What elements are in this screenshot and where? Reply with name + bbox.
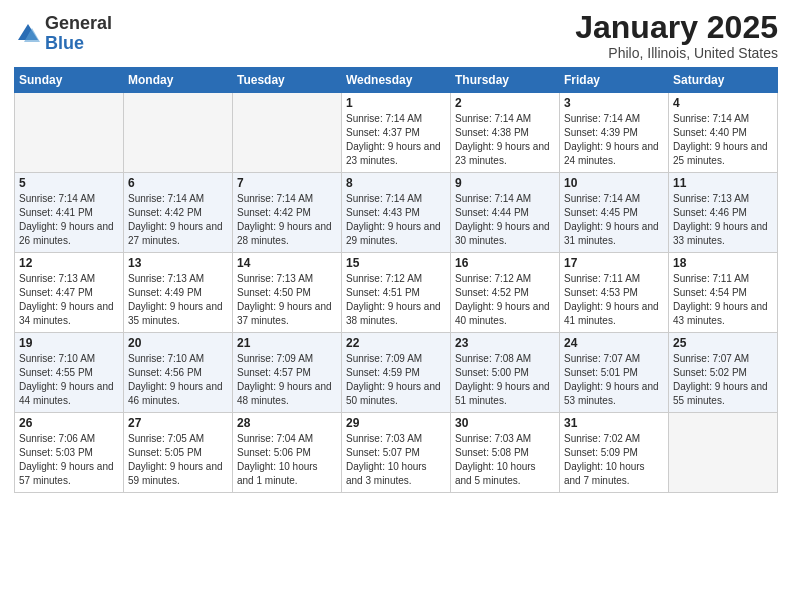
day-info: Sunrise: 7:14 AM Sunset: 4:40 PM Dayligh…: [673, 112, 773, 168]
day-info: Sunrise: 7:12 AM Sunset: 4:51 PM Dayligh…: [346, 272, 446, 328]
day-number: 7: [237, 176, 337, 190]
day-info: Sunrise: 7:06 AM Sunset: 5:03 PM Dayligh…: [19, 432, 119, 488]
table-row: 5Sunrise: 7:14 AM Sunset: 4:41 PM Daylig…: [15, 173, 124, 253]
logo-text: General Blue: [45, 14, 112, 54]
day-number: 13: [128, 256, 228, 270]
day-info: Sunrise: 7:04 AM Sunset: 5:06 PM Dayligh…: [237, 432, 337, 488]
table-row: 25Sunrise: 7:07 AM Sunset: 5:02 PM Dayli…: [669, 333, 778, 413]
table-row: 27Sunrise: 7:05 AM Sunset: 5:05 PM Dayli…: [124, 413, 233, 493]
day-info: Sunrise: 7:09 AM Sunset: 4:57 PM Dayligh…: [237, 352, 337, 408]
day-number: 26: [19, 416, 119, 430]
day-number: 15: [346, 256, 446, 270]
table-row: 21Sunrise: 7:09 AM Sunset: 4:57 PM Dayli…: [233, 333, 342, 413]
day-number: 8: [346, 176, 446, 190]
logo: General Blue: [14, 14, 112, 54]
day-info: Sunrise: 7:11 AM Sunset: 4:54 PM Dayligh…: [673, 272, 773, 328]
header-saturday: Saturday: [669, 68, 778, 93]
table-row: 24Sunrise: 7:07 AM Sunset: 5:01 PM Dayli…: [560, 333, 669, 413]
table-row: [15, 93, 124, 173]
table-row: 1Sunrise: 7:14 AM Sunset: 4:37 PM Daylig…: [342, 93, 451, 173]
day-info: Sunrise: 7:10 AM Sunset: 4:55 PM Dayligh…: [19, 352, 119, 408]
day-number: 22: [346, 336, 446, 350]
logo-icon: [14, 20, 42, 48]
table-row: 16Sunrise: 7:12 AM Sunset: 4:52 PM Dayli…: [451, 253, 560, 333]
header-friday: Friday: [560, 68, 669, 93]
day-number: 1: [346, 96, 446, 110]
day-number: 30: [455, 416, 555, 430]
table-row: 6Sunrise: 7:14 AM Sunset: 4:42 PM Daylig…: [124, 173, 233, 253]
calendar-week-row: 12Sunrise: 7:13 AM Sunset: 4:47 PM Dayli…: [15, 253, 778, 333]
table-row: 23Sunrise: 7:08 AM Sunset: 5:00 PM Dayli…: [451, 333, 560, 413]
day-info: Sunrise: 7:09 AM Sunset: 4:59 PM Dayligh…: [346, 352, 446, 408]
day-number: 11: [673, 176, 773, 190]
day-info: Sunrise: 7:03 AM Sunset: 5:08 PM Dayligh…: [455, 432, 555, 488]
day-info: Sunrise: 7:11 AM Sunset: 4:53 PM Dayligh…: [564, 272, 664, 328]
day-number: 23: [455, 336, 555, 350]
day-info: Sunrise: 7:14 AM Sunset: 4:44 PM Dayligh…: [455, 192, 555, 248]
table-row: 26Sunrise: 7:06 AM Sunset: 5:03 PM Dayli…: [15, 413, 124, 493]
calendar-week-row: 19Sunrise: 7:10 AM Sunset: 4:55 PM Dayli…: [15, 333, 778, 413]
day-number: 6: [128, 176, 228, 190]
day-number: 3: [564, 96, 664, 110]
table-row: 12Sunrise: 7:13 AM Sunset: 4:47 PM Dayli…: [15, 253, 124, 333]
day-info: Sunrise: 7:14 AM Sunset: 4:38 PM Dayligh…: [455, 112, 555, 168]
header-wednesday: Wednesday: [342, 68, 451, 93]
day-number: 12: [19, 256, 119, 270]
day-number: 10: [564, 176, 664, 190]
day-number: 17: [564, 256, 664, 270]
day-number: 28: [237, 416, 337, 430]
table-row: 14Sunrise: 7:13 AM Sunset: 4:50 PM Dayli…: [233, 253, 342, 333]
day-info: Sunrise: 7:14 AM Sunset: 4:41 PM Dayligh…: [19, 192, 119, 248]
header-tuesday: Tuesday: [233, 68, 342, 93]
day-number: 25: [673, 336, 773, 350]
table-row: 31Sunrise: 7:02 AM Sunset: 5:09 PM Dayli…: [560, 413, 669, 493]
day-info: Sunrise: 7:14 AM Sunset: 4:39 PM Dayligh…: [564, 112, 664, 168]
header-sunday: Sunday: [15, 68, 124, 93]
calendar-week-row: 26Sunrise: 7:06 AM Sunset: 5:03 PM Dayli…: [15, 413, 778, 493]
day-number: 20: [128, 336, 228, 350]
day-number: 5: [19, 176, 119, 190]
day-number: 21: [237, 336, 337, 350]
day-info: Sunrise: 7:02 AM Sunset: 5:09 PM Dayligh…: [564, 432, 664, 488]
day-number: 16: [455, 256, 555, 270]
header-monday: Monday: [124, 68, 233, 93]
day-number: 31: [564, 416, 664, 430]
table-row: 7Sunrise: 7:14 AM Sunset: 4:42 PM Daylig…: [233, 173, 342, 253]
day-number: 19: [19, 336, 119, 350]
day-info: Sunrise: 7:13 AM Sunset: 4:47 PM Dayligh…: [19, 272, 119, 328]
table-row: 20Sunrise: 7:10 AM Sunset: 4:56 PM Dayli…: [124, 333, 233, 413]
table-row: 3Sunrise: 7:14 AM Sunset: 4:39 PM Daylig…: [560, 93, 669, 173]
calendar-title: January 2025: [575, 10, 778, 45]
table-row: [233, 93, 342, 173]
day-info: Sunrise: 7:07 AM Sunset: 5:02 PM Dayligh…: [673, 352, 773, 408]
calendar-table: Sunday Monday Tuesday Wednesday Thursday…: [14, 67, 778, 493]
table-row: 4Sunrise: 7:14 AM Sunset: 4:40 PM Daylig…: [669, 93, 778, 173]
day-info: Sunrise: 7:07 AM Sunset: 5:01 PM Dayligh…: [564, 352, 664, 408]
table-row: 10Sunrise: 7:14 AM Sunset: 4:45 PM Dayli…: [560, 173, 669, 253]
table-row: 30Sunrise: 7:03 AM Sunset: 5:08 PM Dayli…: [451, 413, 560, 493]
table-row: 19Sunrise: 7:10 AM Sunset: 4:55 PM Dayli…: [15, 333, 124, 413]
calendar-week-row: 5Sunrise: 7:14 AM Sunset: 4:41 PM Daylig…: [15, 173, 778, 253]
day-info: Sunrise: 7:14 AM Sunset: 4:45 PM Dayligh…: [564, 192, 664, 248]
title-block: January 2025 Philo, Illinois, United Sta…: [575, 10, 778, 61]
table-row: 18Sunrise: 7:11 AM Sunset: 4:54 PM Dayli…: [669, 253, 778, 333]
day-number: 18: [673, 256, 773, 270]
table-row: 13Sunrise: 7:13 AM Sunset: 4:49 PM Dayli…: [124, 253, 233, 333]
day-info: Sunrise: 7:14 AM Sunset: 4:37 PM Dayligh…: [346, 112, 446, 168]
day-info: Sunrise: 7:03 AM Sunset: 5:07 PM Dayligh…: [346, 432, 446, 488]
calendar-subtitle: Philo, Illinois, United States: [575, 45, 778, 61]
day-info: Sunrise: 7:08 AM Sunset: 5:00 PM Dayligh…: [455, 352, 555, 408]
day-info: Sunrise: 7:14 AM Sunset: 4:43 PM Dayligh…: [346, 192, 446, 248]
table-row: 15Sunrise: 7:12 AM Sunset: 4:51 PM Dayli…: [342, 253, 451, 333]
calendar-header-row: Sunday Monday Tuesday Wednesday Thursday…: [15, 68, 778, 93]
day-info: Sunrise: 7:14 AM Sunset: 4:42 PM Dayligh…: [128, 192, 228, 248]
table-row: 29Sunrise: 7:03 AM Sunset: 5:07 PM Dayli…: [342, 413, 451, 493]
day-number: 27: [128, 416, 228, 430]
calendar-week-row: 1Sunrise: 7:14 AM Sunset: 4:37 PM Daylig…: [15, 93, 778, 173]
day-number: 4: [673, 96, 773, 110]
table-row: 8Sunrise: 7:14 AM Sunset: 4:43 PM Daylig…: [342, 173, 451, 253]
day-info: Sunrise: 7:13 AM Sunset: 4:46 PM Dayligh…: [673, 192, 773, 248]
table-row: 17Sunrise: 7:11 AM Sunset: 4:53 PM Dayli…: [560, 253, 669, 333]
table-row: 2Sunrise: 7:14 AM Sunset: 4:38 PM Daylig…: [451, 93, 560, 173]
table-row: 9Sunrise: 7:14 AM Sunset: 4:44 PM Daylig…: [451, 173, 560, 253]
